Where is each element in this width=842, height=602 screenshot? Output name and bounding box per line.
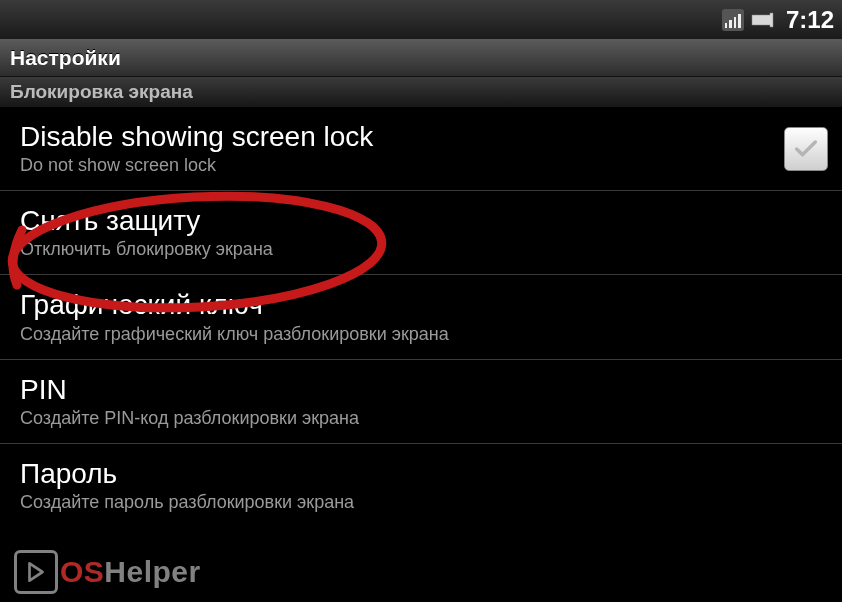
battery-icon — [750, 9, 776, 31]
watermark: OSHelper — [14, 550, 201, 594]
item-subtitle: Создайте пароль разблокировки экрана — [20, 492, 828, 513]
item-title: Disable showing screen lock — [20, 121, 784, 153]
item-subtitle: Do not show screen lock — [20, 155, 784, 176]
item-title: Пароль — [20, 458, 828, 490]
status-clock: 7:12 — [786, 6, 834, 34]
status-bar: 7:12 — [0, 0, 842, 39]
signal-icon — [722, 9, 744, 31]
section-header: Блокировка экрана — [0, 77, 842, 107]
item-remove-protection[interactable]: Снять защиту Отключить блокировку экрана — [0, 191, 842, 275]
section-header-text: Блокировка экрана — [10, 81, 193, 103]
checkbox[interactable] — [784, 127, 828, 171]
item-subtitle: Создайте графический ключ разблокировки … — [20, 324, 828, 345]
item-password[interactable]: Пароль Создайте пароль разблокировки экр… — [0, 444, 842, 527]
watermark-logo-icon — [14, 550, 58, 594]
item-pin[interactable]: PIN Создайте PIN-код разблокировки экран… — [0, 360, 842, 444]
item-title: Снять защиту — [20, 205, 828, 237]
item-disable-showing-screen-lock[interactable]: Disable showing screen lock Do not show … — [0, 107, 842, 191]
watermark-text: OSHelper — [60, 555, 201, 589]
item-subtitle: Отключить блокировку экрана — [20, 239, 828, 260]
item-pattern[interactable]: Графический ключ Создайте графический кл… — [0, 275, 842, 359]
title-bar: Настройки — [0, 39, 842, 77]
settings-list: Disable showing screen lock Do not show … — [0, 107, 842, 527]
item-title: Графический ключ — [20, 289, 828, 321]
item-subtitle: Создайте PIN-код разблокировки экрана — [20, 408, 828, 429]
item-title: PIN — [20, 374, 828, 406]
check-icon — [792, 135, 820, 163]
title-text: Настройки — [10, 46, 121, 70]
